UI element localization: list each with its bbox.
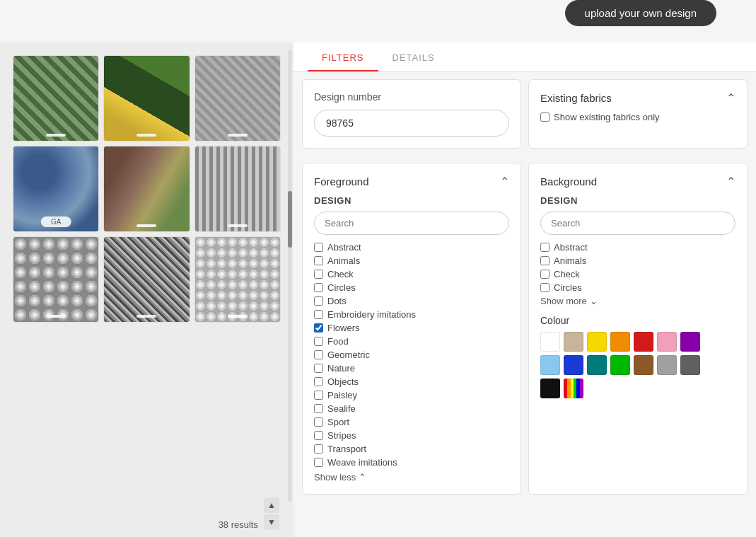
fabric-label [228, 134, 248, 137]
fg-dots[interactable]: Dots [314, 296, 509, 306]
colour-swatch-red[interactable] [634, 332, 653, 352]
fabric-item[interactable] [194, 55, 281, 142]
top-bar: upload your own design [0, 0, 756, 42]
fg-circles[interactable]: Circles [314, 282, 509, 293]
fabric-panel: GA [0, 0, 293, 537]
design-number-input[interactable] [314, 110, 509, 137]
fabric-item[interactable] [13, 55, 99, 142]
colour-swatch-gray[interactable] [657, 355, 677, 375]
show-more-label: Show more [540, 296, 587, 306]
show-less-label: Show less [314, 472, 356, 483]
fabric-item[interactable] [194, 236, 281, 323]
chevron-down-icon: ⌄ [590, 296, 598, 306]
filter-panel: FILTERS DETAILS Design number Existing f… [293, 0, 756, 537]
foreground-header: Foreground ⌃ [314, 175, 509, 188]
bg-animals[interactable]: Animals [540, 255, 735, 266]
fabric-label [46, 134, 66, 137]
tabs-bar: FILTERS DETAILS [293, 42, 756, 72]
colour-swatch-dark-gray[interactable] [680, 355, 700, 375]
fg-weave[interactable]: Weave imitations [314, 457, 509, 468]
design-number-label: Design number [314, 91, 509, 103]
fg-geometric[interactable]: Geometric [314, 350, 509, 360]
bg-check[interactable]: Check [540, 269, 735, 279]
tab-filters[interactable]: FILTERS [308, 42, 378, 71]
background-checkbox-list: Abstract Animals Check Circles [540, 242, 735, 293]
fabric-item[interactable] [103, 146, 190, 232]
fabric-label [136, 315, 156, 318]
colour-swatch-light-blue[interactable] [540, 355, 560, 375]
filter-main: Design number Existing fabrics ⌃ Show ex… [293, 72, 756, 502]
colour-swatch-beige[interactable] [564, 332, 583, 352]
colour-swatch-black[interactable] [540, 379, 560, 398]
foreground-search[interactable] [314, 212, 509, 235]
fabric-label [136, 224, 156, 227]
fg-check[interactable]: Check [314, 269, 509, 279]
tab-details[interactable]: DETAILS [378, 42, 449, 71]
fabric-label [228, 224, 248, 227]
show-less-button[interactable]: Show less ⌃ [314, 472, 366, 483]
colour-swatch-yellow[interactable] [587, 332, 607, 352]
fg-flowers[interactable]: Flowers [314, 323, 509, 333]
colour-swatch-purple[interactable] [680, 332, 700, 352]
fabric-item[interactable] [103, 55, 190, 142]
fg-sport[interactable]: Sport [314, 417, 509, 427]
fg-paisley[interactable]: Paisley [314, 390, 509, 400]
colour-swatch-white[interactable] [540, 332, 560, 352]
fg-nature[interactable]: Nature [314, 363, 509, 374]
fabric-item[interactable]: GA [13, 146, 99, 232]
colour-swatch-pink[interactable] [657, 332, 677, 352]
background-section: Background ⌃ Design Abstract Animals Che… [528, 163, 748, 495]
scroll-up-arrow[interactable]: ▲ [264, 497, 279, 513]
fabric-label [46, 315, 66, 318]
fg-abstract[interactable]: Abstract [314, 242, 509, 253]
foreground-section: Foreground ⌃ Design Abstract Animals Che… [302, 163, 521, 495]
existing-fabrics-checkbox-label[interactable]: Show existing fabrics only [540, 112, 735, 122]
bg-circles[interactable]: Circles [540, 282, 735, 293]
colour-swatch-orange[interactable] [610, 332, 630, 352]
scroll-down-arrow[interactable]: ▼ [264, 514, 279, 530]
foreground-title: Foreground [314, 175, 369, 187]
existing-fabrics-header: Existing fabrics ⌃ [540, 91, 735, 105]
bottom-sections: Foreground ⌃ Design Abstract Animals Che… [302, 163, 748, 495]
fg-stripes[interactable]: Stripes [314, 430, 509, 441]
fabric-label: GA [41, 216, 71, 227]
fg-objects[interactable]: Objects [314, 376, 509, 387]
foreground-chevron[interactable]: ⌃ [500, 175, 509, 188]
results-count: 38 results [219, 519, 258, 530]
background-search[interactable] [540, 212, 735, 235]
fabric-item[interactable] [194, 146, 281, 232]
colour-title: Colour [540, 315, 735, 326]
background-design-label: Design [540, 195, 735, 206]
colour-swatch-green[interactable] [610, 355, 630, 375]
fabric-item[interactable] [13, 236, 99, 323]
colour-swatch-multicolor[interactable] [564, 379, 583, 398]
existing-fabrics-checkbox[interactable] [540, 112, 549, 122]
scrollbar-track[interactable] [288, 50, 292, 502]
colour-grid [540, 332, 735, 398]
existing-fabrics-title: Existing fabrics [540, 92, 612, 104]
fabric-item[interactable] [103, 236, 190, 323]
bg-abstract[interactable]: Abstract [540, 242, 735, 253]
fg-animals[interactable]: Animals [314, 255, 509, 266]
upload-design-button[interactable]: upload your own design [565, 0, 716, 26]
background-chevron[interactable]: ⌃ [726, 175, 735, 188]
background-title: Background [540, 175, 597, 187]
fg-food[interactable]: Food [314, 336, 509, 347]
top-sections: Design number Existing fabrics ⌃ Show ex… [302, 79, 748, 156]
colour-swatch-teal[interactable] [587, 355, 607, 375]
fg-transport[interactable]: Transport [314, 444, 509, 454]
chevron-up-icon: ⌃ [359, 472, 366, 483]
existing-fabrics-section: Existing fabrics ⌃ Show existing fabrics… [528, 79, 748, 149]
fg-embroidery[interactable]: Embroidery imitations [314, 309, 509, 320]
fabric-grid: GA [6, 48, 288, 330]
existing-fabrics-checkbox-text: Show existing fabrics only [554, 112, 660, 122]
colour-swatch-brown[interactable] [634, 355, 653, 375]
scrollbar-thumb [288, 191, 292, 248]
scroll-arrows: ▲ ▼ [264, 497, 279, 530]
show-more-button[interactable]: Show more ⌄ [540, 296, 598, 306]
fg-sealife[interactable]: Sealife [314, 403, 509, 414]
colour-swatch-blue[interactable] [564, 355, 583, 375]
fabric-label [228, 315, 248, 318]
existing-fabrics-chevron[interactable]: ⌃ [726, 91, 735, 105]
background-header: Background ⌃ [540, 175, 735, 188]
